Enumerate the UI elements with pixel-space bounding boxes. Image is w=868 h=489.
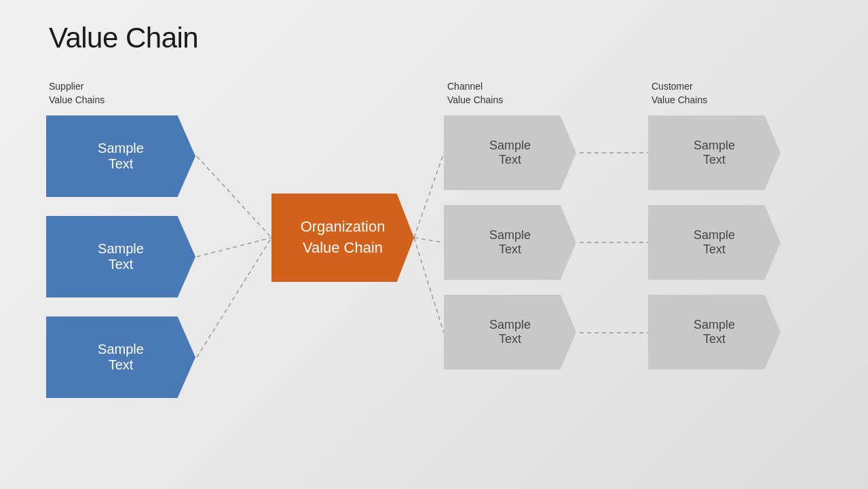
supplier-arrow-2: Sample Text: [46, 216, 195, 297]
customer-arrow-3: Sample Text: [648, 295, 780, 369]
svg-line-4: [414, 238, 444, 242]
svg-line-3: [414, 153, 444, 238]
svg-line-1: [197, 238, 271, 257]
channel-arrow-3: Sample Text: [444, 295, 576, 369]
svg-line-2: [197, 238, 271, 357]
customer-label: Customer Value Chains: [652, 80, 707, 107]
supplier-label: Supplier Value Chains: [49, 80, 105, 107]
channel-column: Sample Text Sample Text Sample Text: [444, 115, 576, 369]
page-title: Value Chain: [49, 22, 198, 54]
channel-arrow-2: Sample Text: [444, 205, 576, 280]
customer-column: Sample Text Sample Text Sample Text: [648, 115, 780, 369]
customer-arrow-1: Sample Text: [648, 115, 780, 190]
supplier-arrow-3: Sample Text: [46, 316, 195, 398]
center-column: Organization Value Chain: [271, 194, 414, 282]
supplier-arrow-1: Sample Text: [46, 115, 195, 197]
organization-arrow: Organization Value Chain: [271, 194, 414, 282]
customer-arrow-2: Sample Text: [648, 205, 780, 280]
svg-line-5: [414, 238, 444, 333]
channel-arrow-1: Sample Text: [444, 115, 576, 190]
svg-line-0: [197, 156, 271, 238]
supplier-column: Sample Text Sample Text Sample Text: [46, 115, 195, 398]
channel-label: Channel Value Chains: [447, 80, 503, 107]
